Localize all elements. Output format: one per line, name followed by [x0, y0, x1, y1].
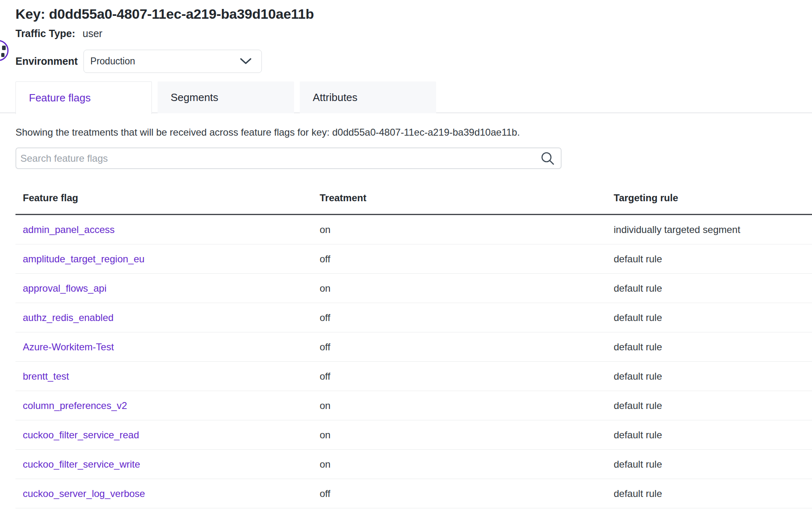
- table-row: amplitude_target_region_eu off default r…: [15, 244, 812, 274]
- targeting-rule-value: default rule: [614, 312, 812, 323]
- targeting-rule-value: default rule: [614, 400, 812, 411]
- tab-segments[interactable]: Segments: [158, 81, 294, 113]
- feature-flag-link[interactable]: brentt_test: [23, 371, 69, 382]
- feature-flag-link[interactable]: Azure-Workitem-Test: [23, 341, 114, 352]
- feature-flag-link[interactable]: admin_panel_access: [23, 224, 114, 235]
- table-row: authz_redis_enabled off default rule: [15, 303, 812, 332]
- column-header-treatment: Treatment: [320, 192, 614, 204]
- table-row: Azure-Workitem-Test off default rule: [15, 332, 812, 362]
- environment-select-value: Production: [90, 56, 135, 67]
- treatment-value: off: [320, 253, 614, 265]
- search-input[interactable]: [16, 148, 561, 168]
- page-title: Key: d0dd55a0-4807-11ec-a219-ba39d10ae11…: [15, 6, 812, 22]
- feature-flag-link[interactable]: cuckoo_filter_service_read: [23, 429, 139, 440]
- tab-bar: Feature flags Segments Attributes: [0, 81, 812, 113]
- table-row: cuckoo_filter_service_write on default r…: [15, 450, 812, 479]
- environment-label: Environment: [15, 55, 78, 67]
- column-header-feature-flag: Feature flag: [15, 192, 320, 204]
- treatment-value: on: [320, 283, 614, 294]
- tab-feature-flags[interactable]: Feature flags: [15, 81, 152, 114]
- tab-label: Attributes: [313, 91, 358, 104]
- treatment-value: off: [320, 371, 614, 382]
- targeting-rule-value: default rule: [614, 341, 812, 353]
- treatments-description: Showing the treatments that will be rece…: [15, 127, 812, 138]
- tab-attributes[interactable]: Attributes: [300, 81, 436, 113]
- targeting-rule-value: default rule: [614, 488, 812, 499]
- treatment-value: off: [320, 341, 614, 353]
- treatment-value: on: [320, 459, 614, 470]
- traffic-type-value: user: [83, 28, 103, 40]
- targeting-rule-value: default rule: [614, 459, 812, 470]
- targeting-rule-value: default rule: [614, 283, 812, 294]
- environment-select[interactable]: Production: [83, 50, 262, 73]
- table-row: cuckoo_filter_service_read on default ru…: [15, 420, 812, 450]
- clipped-circle-decoration: [0, 40, 9, 61]
- feature-flag-link[interactable]: cuckoo_server_log_verbose: [23, 488, 145, 499]
- decoration-dot: [2, 46, 6, 50]
- table-row: cuckoo_server_log_verbose off default ru…: [15, 479, 812, 508]
- feature-flag-link[interactable]: authz_redis_enabled: [23, 312, 114, 323]
- search-icon: [540, 152, 555, 166]
- traffic-type-label: Traffic Type:: [15, 28, 75, 40]
- targeting-rule-value: individually targeted segment: [614, 224, 812, 235]
- table-row: approval_flows_api on default rule: [15, 274, 812, 303]
- table-header-row: Feature flag Treatment Targeting rule: [15, 192, 812, 215]
- targeting-rule-value: default rule: [614, 429, 812, 441]
- tab-label: Segments: [171, 91, 218, 104]
- search-box: [15, 147, 562, 169]
- table-row: admin_panel_access on individually targe…: [15, 215, 812, 244]
- decoration-dot: [1, 53, 4, 57]
- traffic-type-row: Traffic Type: user: [15, 28, 812, 40]
- feature-flag-link[interactable]: amplitude_target_region_eu: [23, 253, 145, 264]
- column-header-targeting-rule: Targeting rule: [614, 192, 812, 204]
- feature-flag-link[interactable]: cuckoo_filter_service_write: [23, 459, 140, 470]
- targeting-rule-value: default rule: [614, 253, 812, 265]
- treatment-value: off: [320, 488, 614, 499]
- feature-flag-link[interactable]: column_preferences_v2: [23, 400, 127, 411]
- treatment-value: off: [320, 312, 614, 323]
- treatment-value: on: [320, 400, 614, 411]
- tab-label: Feature flags: [29, 92, 91, 104]
- environment-row: Environment Production: [15, 50, 812, 73]
- chevron-down-icon: [240, 58, 252, 65]
- feature-flag-link[interactable]: approval_flows_api: [23, 283, 106, 294]
- targeting-rule-value: default rule: [614, 371, 812, 382]
- table-row: brentt_test off default rule: [15, 362, 812, 391]
- treatment-value: on: [320, 224, 614, 235]
- table-row: column_preferences_v2 on default rule: [15, 391, 812, 420]
- treatment-value: on: [320, 429, 614, 441]
